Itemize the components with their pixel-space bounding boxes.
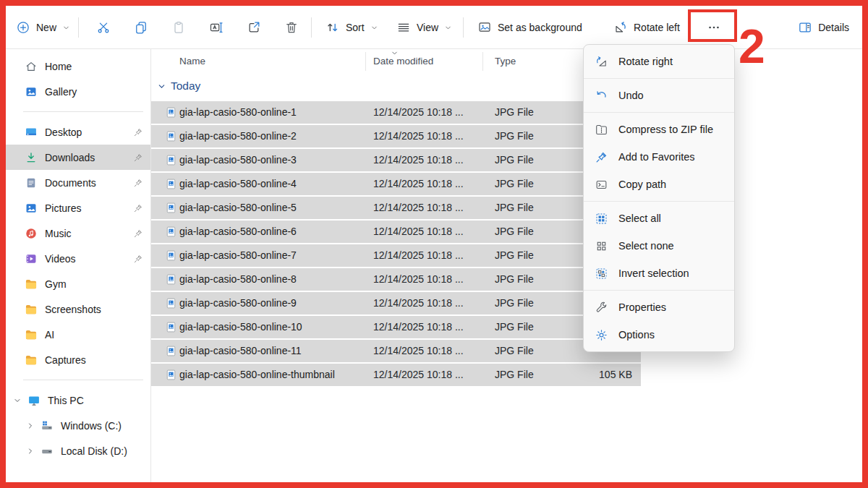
documents-icon <box>25 176 38 189</box>
sort-icon <box>326 20 340 35</box>
file-row-gia-lap-casio-580-online-thumbnail[interactable]: gia-lap-casio-580-online-thumbnail12/14/… <box>151 364 641 386</box>
invert-selection-icon <box>595 267 608 281</box>
file-name: gia-lap-casio-580-online-11 <box>179 345 302 356</box>
delete-button[interactable] <box>275 13 308 42</box>
menu-item-select-all[interactable]: Select all <box>584 205 734 232</box>
file-row-gia-lap-casio-580-online-6[interactable]: gia-lap-casio-580-online-612/14/2025 10:… <box>151 221 641 243</box>
chevron-right-icon[interactable] <box>26 421 35 430</box>
sidebar-item-captures[interactable]: Captures <box>6 347 150 372</box>
gallery-icon <box>25 85 38 98</box>
sidebar-item-home[interactable]: Home <box>6 53 150 79</box>
file-date-modified: 12/14/2025 10:18 ... <box>373 345 464 356</box>
menu-item-undo[interactable]: Undo <box>584 82 734 109</box>
file-type: JPG File <box>495 273 534 285</box>
copy-path-icon <box>595 178 608 192</box>
column-header-name[interactable]: Name <box>179 56 205 67</box>
chevron-down-icon[interactable] <box>13 396 22 405</box>
menu-item-options[interactable]: Options <box>584 321 734 348</box>
file-row-gia-lap-casio-580-online-4[interactable]: gia-lap-casio-580-online-412/14/2025 10:… <box>151 173 641 195</box>
file-row-gia-lap-casio-580-online-10[interactable]: gia-lap-casio-580-online-1012/14/2025 10… <box>151 316 641 338</box>
file-row-gia-lap-casio-580-online-5[interactable]: gia-lap-casio-580-online-512/14/2025 10:… <box>151 197 641 219</box>
sidebar-item-gallery[interactable]: Gallery <box>6 79 150 104</box>
pin-icon <box>133 203 143 213</box>
sidebar-item-ai[interactable]: AI <box>6 322 150 347</box>
column-divider[interactable] <box>365 52 366 71</box>
sidebar-item-this-pc[interactable]: This PC <box>6 388 150 413</box>
menu-item-select-none[interactable]: Select none <box>584 232 734 260</box>
sidebar-item-music[interactable]: Music <box>6 221 150 246</box>
select-none-icon <box>595 239 608 253</box>
set-as-background-button[interactable]: Set as background <box>473 13 587 42</box>
details-button[interactable]: Details <box>793 13 854 42</box>
folder-icon <box>25 354 38 367</box>
file-row-gia-lap-casio-580-online-1[interactable]: gia-lap-casio-580-online-112/14/2025 10:… <box>151 101 641 124</box>
sidebar-item-windows-c[interactable]: Windows (C:) <box>6 413 150 438</box>
jpg-file-icon <box>165 226 177 238</box>
sidebar-item-screenshots[interactable]: Screenshots <box>6 296 150 322</box>
sort-button[interactable]: Sort <box>321 13 383 42</box>
favorite-pin-icon <box>595 150 608 164</box>
sidebar-item-gym[interactable]: Gym <box>6 271 150 296</box>
zip-icon <box>595 123 608 137</box>
sidebar-item-pictures[interactable]: Pictures <box>6 195 150 221</box>
file-name: gia-lap-casio-580-online-9 <box>179 297 297 309</box>
column-header-date-modified[interactable]: Date modified <box>373 56 433 67</box>
file-row-gia-lap-casio-580-online-7[interactable]: gia-lap-casio-580-online-712/14/2025 10:… <box>151 244 641 267</box>
rotate-left-label: Rotate left <box>634 22 680 33</box>
sidebar-item-documents[interactable]: Documents <box>6 170 150 195</box>
menu-item-label: Undo <box>618 90 644 101</box>
file-row-gia-lap-casio-580-online-11[interactable]: gia-lap-casio-580-online-1112/14/2025 10… <box>151 340 641 362</box>
menu-item-label: Select none <box>618 240 674 252</box>
menu-item-compress-to-zip-file[interactable]: Compress to ZIP file <box>584 116 734 143</box>
group-header-today[interactable]: Today <box>151 80 200 93</box>
sidebar-item-videos[interactable]: Videos <box>6 246 150 271</box>
file-row-gia-lap-casio-580-online-9[interactable]: gia-lap-casio-580-online-912/14/2025 10:… <box>151 292 641 314</box>
toolbar-divider <box>463 17 464 38</box>
file-type: JPG File <box>495 249 534 261</box>
file-name: gia-lap-casio-580-online-8 <box>179 273 297 285</box>
new-button[interactable]: New <box>12 13 75 42</box>
rename-button[interactable] <box>200 13 233 42</box>
file-row-gia-lap-casio-580-online-3[interactable]: gia-lap-casio-580-online-312/14/2025 10:… <box>151 149 641 171</box>
pin-icon <box>133 254 143 264</box>
menu-item-label: Copy path <box>618 179 666 190</box>
command-bar: New Sort View Set as background Rotate l… <box>6 6 862 49</box>
column-header-type[interactable]: Type <box>495 56 516 67</box>
file-date-modified: 12/14/2025 10:18 ... <box>373 106 464 118</box>
copy-button[interactable] <box>124 13 158 42</box>
file-type: JPG File <box>495 369 534 380</box>
toolbar-divider <box>78 17 79 38</box>
menu-item-rotate-right[interactable]: Rotate right <box>584 48 734 75</box>
file-type: JPG File <box>495 345 534 356</box>
menu-item-label: Invert selection <box>618 267 689 279</box>
file-date-modified: 12/14/2025 10:18 ... <box>373 273 464 285</box>
details-button-label: Details <box>818 22 849 33</box>
options-icon <box>595 328 608 342</box>
view-button[interactable]: View <box>392 13 456 42</box>
paste-button <box>162 13 195 42</box>
file-row-gia-lap-casio-580-online-2[interactable]: gia-lap-casio-580-online-212/14/2025 10:… <box>151 125 641 147</box>
sidebar-item-desktop[interactable]: Desktop <box>6 119 150 145</box>
sidebar-item-downloads[interactable]: Downloads <box>6 145 150 170</box>
sidebar-item-label: This PC <box>48 395 84 406</box>
menu-item-copy-path[interactable]: Copy path <box>584 171 734 198</box>
column-divider[interactable] <box>482 52 483 71</box>
menu-item-properties[interactable]: Properties <box>584 294 734 321</box>
file-row-gia-lap-casio-580-online-8[interactable]: gia-lap-casio-580-online-812/14/2025 10:… <box>151 268 641 291</box>
chevron-right-icon[interactable] <box>26 447 35 455</box>
share-button[interactable] <box>237 13 271 42</box>
sidebar-item-local-disk-d[interactable]: Local Disk (D:) <box>6 438 150 463</box>
file-name: gia-lap-casio-580-online-3 <box>179 154 297 166</box>
rotate-left-button[interactable]: Rotate left <box>609 13 684 42</box>
see-more-button[interactable] <box>697 13 731 42</box>
menu-item-invert-selection[interactable]: Invert selection <box>584 260 734 287</box>
cut-button[interactable] <box>87 13 120 42</box>
group-header-label: Today <box>171 80 200 93</box>
jpg-file-icon <box>165 321 177 333</box>
sidebar-item-label: Documents <box>45 177 96 189</box>
menu-item-add-to-favorites[interactable]: Add to Favorites <box>584 143 734 171</box>
jpg-file-icon <box>165 130 177 142</box>
rotate-left-icon <box>613 20 628 35</box>
sidebar-divider <box>23 111 143 112</box>
file-name: gia-lap-casio-580-online-thumbnail <box>179 369 335 380</box>
